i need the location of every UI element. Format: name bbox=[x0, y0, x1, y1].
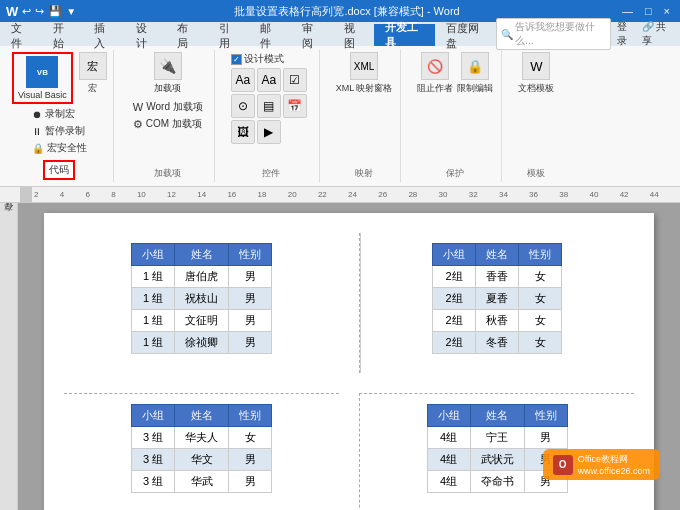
cell-name: 徐祯卿 bbox=[175, 332, 229, 354]
tab-design[interactable]: 设计 bbox=[125, 24, 167, 46]
tab-view[interactable]: 视图 bbox=[333, 24, 375, 46]
table-row: 1 组 文征明 男 bbox=[132, 310, 272, 332]
addins-group-label: 加载项 bbox=[154, 167, 181, 180]
vb-label: Visual Basic bbox=[18, 90, 67, 100]
window-controls: — □ × bbox=[618, 5, 674, 17]
control-buttons: Aa Aa ☑ ⊙ ▤ 📅 🖼 ▶ bbox=[231, 68, 311, 144]
table-row: 3 组 华夫人 女 bbox=[132, 427, 272, 449]
cell-gender: 女 bbox=[519, 288, 562, 310]
watermark-name: Office教程网 bbox=[578, 453, 650, 466]
cell-group: 2组 bbox=[433, 266, 476, 288]
restrict-label: 限制编辑 bbox=[457, 82, 493, 95]
ribbon-group-addins: 🔌 加载项 W Word 加载项 ⚙ COM 加载项 加载项 bbox=[122, 50, 215, 182]
ctrl-btn-4[interactable]: ⊙ bbox=[231, 94, 255, 118]
tab-start[interactable]: 开始 bbox=[42, 24, 84, 46]
word-addins-button[interactable]: W Word 加载项 bbox=[130, 99, 206, 115]
com-addins-button[interactable]: ⚙ COM 加载项 bbox=[130, 116, 206, 132]
pause-macro-button[interactable]: ⏸ 暂停录制 bbox=[29, 123, 90, 139]
restrict-editing-button[interactable]: 🔒 限制编辑 bbox=[457, 52, 493, 95]
cell-gender: 女 bbox=[519, 310, 562, 332]
table-2: 小组 姓名 性别 2组 香香 女 2组 夏香 bbox=[432, 243, 562, 354]
template-icon: W bbox=[522, 52, 550, 80]
quick-undo[interactable]: ↩ bbox=[22, 5, 31, 18]
template-group-label: 模板 bbox=[527, 167, 545, 180]
addin-sub-items: W Word 加载项 ⚙ COM 加载项 bbox=[130, 99, 206, 132]
addins-icon: 🔌 bbox=[154, 52, 182, 80]
doc-template-button[interactable]: W 文档模板 bbox=[518, 52, 554, 95]
cell-group: 4组 bbox=[427, 471, 470, 493]
macro-security-button[interactable]: 🔒 宏安全性 bbox=[29, 140, 90, 156]
quick-redo[interactable]: ↪ bbox=[35, 5, 44, 18]
cell-name: 秋香 bbox=[476, 310, 519, 332]
table3-header-gender: 性别 bbox=[229, 405, 272, 427]
table1-header-name: 姓名 bbox=[175, 244, 229, 266]
ctrl-btn-3[interactable]: ☑ bbox=[283, 68, 307, 92]
ribbon-group-controls: ✓ 设计模式 Aa Aa ☑ ⊙ ▤ 📅 🖼 ▶ 控件 bbox=[223, 50, 320, 182]
ctrl-btn-5[interactable]: ▤ bbox=[257, 94, 281, 118]
cell-group: 2组 bbox=[433, 310, 476, 332]
tab-insert[interactable]: 插入 bbox=[83, 24, 125, 46]
table4-header-gender: 性别 bbox=[524, 405, 567, 427]
code-sub-items: ⏺ 录制宏 ⏸ 暂停录制 🔒 宏安全性 bbox=[29, 106, 90, 156]
tab-review[interactable]: 审阅 bbox=[291, 24, 333, 46]
xml-label: XML 映射窗格 bbox=[336, 82, 393, 95]
cell-gender: 女 bbox=[519, 332, 562, 354]
pause-icon: ⏸ bbox=[32, 126, 42, 137]
macro-icon: 宏 bbox=[79, 52, 107, 80]
ribbon-content: VB Visual Basic 宏 宏 ⏺ 录制宏 ⏸ 暂停录制 bbox=[0, 46, 680, 186]
quick-save[interactable]: 💾 bbox=[48, 5, 62, 18]
cell-group: 1 组 bbox=[132, 266, 175, 288]
tab-file[interactable]: 文件 bbox=[0, 24, 42, 46]
cell-group: 3 组 bbox=[132, 449, 175, 471]
cell-gender: 男 bbox=[229, 288, 272, 310]
com-addins-label: COM 加载项 bbox=[146, 117, 202, 131]
cell-name: 夏香 bbox=[476, 288, 519, 310]
visual-basic-button[interactable]: VB Visual Basic bbox=[12, 52, 73, 104]
tab-layout[interactable]: 布局 bbox=[166, 24, 208, 46]
design-mode-check[interactable]: ✓ bbox=[231, 54, 242, 65]
watermark: O Office教程网 www.office26.com bbox=[543, 449, 660, 480]
cell-name: 文征明 bbox=[175, 310, 229, 332]
macro-button[interactable]: 宏 宏 bbox=[79, 52, 107, 95]
login-button[interactable]: 登录 bbox=[617, 20, 636, 48]
table-row: 1 组 唐伯虎 男 bbox=[132, 266, 272, 288]
close-button[interactable]: × bbox=[660, 5, 674, 17]
cell-gender: 男 bbox=[524, 427, 567, 449]
tab-references[interactable]: 引用 bbox=[208, 24, 250, 46]
tab-mail[interactable]: 邮件 bbox=[249, 24, 291, 46]
ctrl-btn-1[interactable]: Aa bbox=[231, 68, 255, 92]
record-macro-button[interactable]: ⏺ 录制宏 bbox=[29, 106, 90, 122]
table-row: 2组 秋香 女 bbox=[433, 310, 562, 332]
ctrl-btn-6[interactable]: 📅 bbox=[283, 94, 307, 118]
xml-mapping-button[interactable]: XML XML 映射窗格 bbox=[336, 52, 393, 95]
ctrl-btn-2[interactable]: Aa bbox=[257, 68, 281, 92]
controls-group-label: 控件 bbox=[262, 167, 280, 180]
protection-group-label: 保护 bbox=[446, 167, 464, 180]
vb-icon: VB bbox=[26, 56, 58, 88]
com-icon: ⚙ bbox=[133, 118, 143, 131]
doc-sidebar: 保 存 bbox=[0, 203, 18, 510]
block-author-button[interactable]: 🚫 阻止作者 bbox=[417, 52, 453, 95]
addins-button[interactable]: 🔌 加载项 bbox=[154, 52, 182, 95]
tab-developer[interactable]: 开发工具 bbox=[374, 24, 435, 46]
xml-icon: XML bbox=[350, 52, 378, 80]
search-placeholder: 告诉我您想要做什么... bbox=[515, 20, 606, 48]
vb-icon-label: VB bbox=[37, 68, 48, 77]
share-button[interactable]: 🔗 共享 bbox=[642, 20, 674, 48]
minimize-button[interactable]: — bbox=[618, 5, 637, 17]
cell-name: 香香 bbox=[476, 266, 519, 288]
cell-name: 宁王 bbox=[470, 427, 524, 449]
tab-baidu[interactable]: 百度网盘 bbox=[435, 24, 496, 46]
table3-header-name: 姓名 bbox=[175, 405, 229, 427]
maximize-button[interactable]: □ bbox=[641, 5, 656, 17]
ruler-left-margin bbox=[20, 187, 32, 202]
cell-group: 1 组 bbox=[132, 310, 175, 332]
ctrl-btn-8[interactable]: ▶ bbox=[257, 120, 281, 144]
search-box[interactable]: 🔍 告诉我您想要做什么... bbox=[496, 18, 611, 50]
cell-name: 武状元 bbox=[470, 449, 524, 471]
macro-label: 宏 bbox=[88, 82, 97, 95]
doc-content[interactable]: 小组 姓名 性别 1 组 唐伯虎 男 1 组 祝枝山 bbox=[18, 203, 680, 510]
quick-more[interactable]: ▼ bbox=[66, 6, 76, 17]
cell-gender: 男 bbox=[229, 471, 272, 493]
ctrl-btn-7[interactable]: 🖼 bbox=[231, 120, 255, 144]
